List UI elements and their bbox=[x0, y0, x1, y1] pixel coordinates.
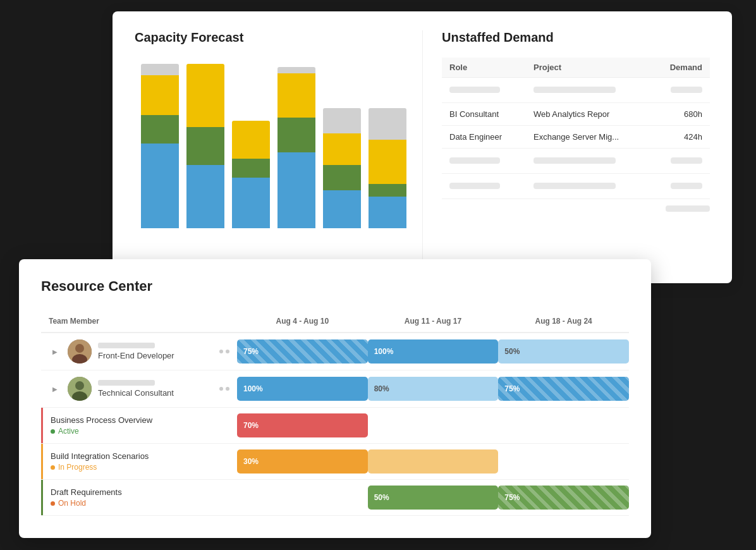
avatar bbox=[68, 339, 92, 364]
project-name: Draft Requirements bbox=[51, 487, 229, 497]
action-dots[interactable] bbox=[219, 350, 229, 353]
status-label: Active bbox=[58, 427, 79, 436]
expand-arrow[interactable]: ▶ bbox=[49, 386, 61, 393]
bar-percent: 80% bbox=[368, 384, 389, 393]
bar-group-1 bbox=[141, 64, 179, 228]
gantt-bar: 30% bbox=[237, 449, 368, 474]
col-aug4: Aug 4 - Aug 10 bbox=[237, 310, 368, 333]
bar-seg-yellow bbox=[141, 75, 179, 115]
status-label: On Hold bbox=[58, 499, 86, 508]
bar-seg-yellow bbox=[232, 121, 270, 159]
bar-seg-yellow bbox=[277, 73, 315, 118]
col-aug11: Aug 11 - Aug 17 bbox=[368, 310, 499, 333]
bar-seg-blue bbox=[277, 152, 315, 228]
col-demand: Demand bbox=[651, 58, 710, 78]
gantt-bar: 50% bbox=[368, 486, 499, 510]
bar-seg-blue bbox=[186, 165, 224, 228]
bar-seg-gray bbox=[323, 108, 361, 133]
project-label-cell: Build Integration Scenarios In Progress bbox=[41, 444, 237, 479]
table-row bbox=[442, 149, 710, 174]
resource-table: Team Member Aug 4 - Aug 10 Aug 11 - Aug … bbox=[41, 310, 629, 516]
member-name-skeleton bbox=[98, 343, 155, 348]
bar-group-3 bbox=[232, 64, 270, 228]
bar-percent: 75% bbox=[498, 384, 520, 393]
gantt-bar: 75% bbox=[498, 486, 629, 510]
status-dot bbox=[51, 465, 55, 470]
table-row bbox=[442, 78, 710, 103]
bar-group-2 bbox=[186, 64, 224, 228]
bar-percent: 50% bbox=[498, 347, 520, 356]
bar-seg-gray bbox=[277, 67, 315, 73]
bar-seg-green bbox=[277, 118, 315, 152]
gantt-bar: 100% bbox=[237, 377, 368, 401]
bar-percent: 100% bbox=[368, 347, 394, 356]
resource-center-title: Resource Center bbox=[41, 278, 629, 295]
member-cell: ▶ Front-End Developer bbox=[41, 333, 237, 370]
project-label-cell: Business Process Overview Active bbox=[41, 408, 237, 443]
gantt-bar: 70% bbox=[237, 413, 368, 437]
project-status: On Hold bbox=[51, 499, 229, 508]
table-row: Draft Requirements On Hold 50% bbox=[41, 480, 629, 516]
gantt-bar: 75% bbox=[498, 377, 629, 401]
table-row bbox=[442, 174, 710, 199]
capacity-section: Capacity Forecast bbox=[135, 30, 422, 264]
bar-seg-green bbox=[323, 165, 361, 190]
table-header-row: Team Member Aug 4 - Aug 10 Aug 11 - Aug … bbox=[41, 310, 629, 333]
status-dot bbox=[51, 501, 55, 506]
expand-arrow[interactable]: ▶ bbox=[49, 348, 61, 355]
bar-percent: 70% bbox=[237, 421, 259, 430]
demand-table: Role Project Demand BI Consultant Web An… bbox=[442, 58, 710, 199]
capacity-chart bbox=[135, 58, 410, 228]
bar-seg-blue bbox=[323, 190, 361, 228]
member-cell: ▶ Technical Consultant bbox=[41, 370, 237, 407]
bar-percent: 75% bbox=[498, 493, 520, 502]
project-status: Active bbox=[51, 427, 229, 436]
bar-seg-yellow bbox=[369, 140, 406, 184]
bar-group-4 bbox=[277, 64, 315, 228]
bar-group-5 bbox=[323, 64, 361, 228]
bar-percent: 100% bbox=[237, 384, 263, 393]
cell-role: BI Consultant bbox=[442, 103, 526, 126]
background-card: Capacity Forecast bbox=[113, 11, 732, 283]
action-dots[interactable] bbox=[219, 387, 229, 391]
project-name: Business Process Overview bbox=[51, 415, 229, 425]
table-row: BI Consultant Web Analytics Repor 680h bbox=[442, 103, 710, 126]
bar-seg-blue bbox=[232, 178, 270, 228]
gantt-bar: 50% bbox=[498, 339, 629, 364]
resource-center-card: Resource Center Team Member Aug 4 - Aug … bbox=[19, 259, 651, 538]
bar-seg-gray bbox=[141, 64, 179, 75]
gantt-bar: 80% bbox=[368, 377, 499, 401]
bar-seg-yellow bbox=[186, 64, 224, 127]
col-role: Role bbox=[442, 58, 526, 78]
gantt-bar: 75% bbox=[237, 339, 368, 364]
status-dot bbox=[51, 429, 55, 434]
project-status: In Progress bbox=[51, 463, 229, 472]
gantt-bar bbox=[368, 449, 499, 474]
bar-seg-green bbox=[186, 127, 224, 165]
bar-seg-gray bbox=[369, 108, 406, 140]
avatar bbox=[68, 377, 92, 401]
bar-seg-green bbox=[369, 184, 406, 197]
table-row: ▶ Front-End Developer bbox=[41, 333, 629, 370]
cell-demand: 680h bbox=[651, 103, 710, 126]
status-label: In Progress bbox=[58, 463, 97, 472]
bar-percent: 75% bbox=[237, 347, 259, 356]
cell-role: Data Engineer bbox=[442, 126, 526, 149]
member-name-skeleton bbox=[98, 380, 155, 386]
svg-point-4 bbox=[75, 381, 84, 390]
bar-seg-yellow bbox=[323, 133, 361, 165]
bar-percent: 30% bbox=[237, 457, 259, 466]
cell-demand: 424h bbox=[651, 126, 710, 149]
table-row: Business Process Overview Active 70% bbox=[41, 408, 629, 444]
project-label-cell: Draft Requirements On Hold bbox=[41, 480, 237, 515]
gantt-bar: 100% bbox=[368, 339, 499, 364]
bar-seg-blue bbox=[369, 197, 406, 228]
project-name: Build Integration Scenarios bbox=[51, 451, 229, 461]
cell-project: Web Analytics Repor bbox=[526, 103, 651, 126]
table-row: ▶ Technical Consultant bbox=[41, 370, 629, 408]
bar-seg-green bbox=[141, 115, 179, 144]
svg-point-1 bbox=[75, 344, 84, 353]
col-team-member: Team Member bbox=[41, 310, 237, 333]
table-row: Data Engineer Exchange Server Mig... 424… bbox=[442, 126, 710, 149]
col-project: Project bbox=[526, 58, 651, 78]
